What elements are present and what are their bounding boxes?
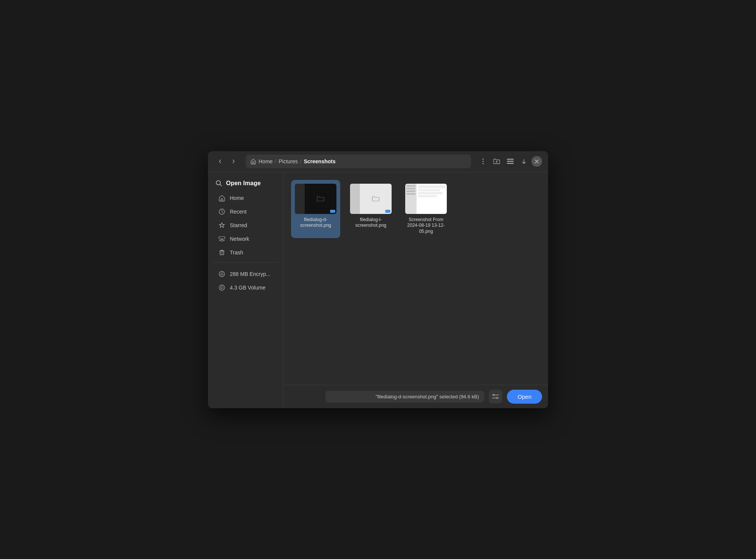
svg-rect-5 bbox=[507, 163, 514, 164]
bottom-bar: "filedialog-d-screenshot.png" selected (… bbox=[284, 385, 548, 408]
network-icon bbox=[218, 235, 225, 242]
file-name-3: Screenshot From 2024-08-19 13-12-05.png bbox=[404, 217, 448, 235]
file-name-1: filedialog-d-screenshot.png bbox=[294, 217, 337, 229]
dialog-header: Home / Pictures / Screenshots bbox=[208, 151, 548, 172]
breadcrumb-home-label: Home bbox=[259, 158, 273, 164]
starred-icon bbox=[218, 222, 225, 229]
svg-point-6 bbox=[216, 181, 220, 185]
svg-point-20 bbox=[493, 394, 494, 396]
file-item-2[interactable]: filedialog-l-screenshot.png bbox=[346, 180, 395, 238]
new-folder-button[interactable] bbox=[491, 155, 503, 167]
dialog-body: Open Image Home Recent bbox=[208, 172, 548, 408]
view-toggle-button[interactable] bbox=[504, 155, 516, 167]
sidebar-recent-label: Recent bbox=[230, 209, 246, 215]
more-options-button[interactable] bbox=[477, 155, 489, 167]
sidebar-network-label: Network bbox=[230, 236, 249, 242]
sidebar-volumes: 288 MB Encryp... 4.3 GB Volume bbox=[208, 267, 283, 294]
svg-point-19 bbox=[221, 286, 223, 289]
file-name-2: filedialog-l-screenshot.png bbox=[349, 217, 392, 229]
svg-rect-4 bbox=[507, 161, 514, 162]
svg-point-0 bbox=[483, 159, 484, 160]
filter-button[interactable] bbox=[489, 390, 502, 403]
file-item-1[interactable]: filedialog-d-screenshot.png bbox=[291, 180, 340, 238]
svg-rect-8 bbox=[221, 240, 223, 241]
svg-rect-9 bbox=[219, 237, 225, 239]
breadcrumb-home[interactable]: Home bbox=[250, 158, 273, 164]
breadcrumb-sep-2: / bbox=[300, 158, 302, 164]
search-icon bbox=[215, 180, 222, 187]
svg-point-2 bbox=[483, 163, 484, 164]
svg-point-18 bbox=[219, 285, 225, 290]
close-button[interactable] bbox=[531, 156, 542, 167]
breadcrumb-screenshots[interactable]: Screenshots bbox=[304, 158, 336, 164]
file-thumbnail-3 bbox=[405, 184, 447, 214]
header-actions bbox=[477, 155, 542, 167]
svg-point-17 bbox=[221, 273, 223, 275]
back-button[interactable] bbox=[214, 155, 226, 167]
sort-button[interactable] bbox=[518, 155, 530, 167]
sidebar-item-starred[interactable]: Starred bbox=[211, 218, 280, 232]
trash-icon bbox=[218, 249, 225, 256]
nav-controls bbox=[214, 155, 240, 167]
dialog-title: Open Image bbox=[226, 180, 261, 187]
sidebar-starred-label: Starred bbox=[230, 222, 247, 228]
forward-button[interactable] bbox=[228, 155, 240, 167]
open-button[interactable]: Open bbox=[507, 390, 542, 404]
main-content: filedialog-d-screenshot.png bbox=[284, 172, 548, 408]
home-icon bbox=[218, 195, 225, 201]
sidebar-item-trash[interactable]: Trash bbox=[211, 246, 280, 259]
sidebar-header: Open Image bbox=[208, 177, 283, 190]
breadcrumb-pictures[interactable]: Pictures bbox=[279, 158, 298, 164]
sidebar: Open Image Home Recent bbox=[208, 172, 284, 408]
disk-icon-1 bbox=[218, 271, 225, 277]
file-thumbnail-2 bbox=[350, 184, 392, 214]
sidebar-item-vol1[interactable]: 288 MB Encryp... bbox=[211, 267, 280, 281]
sidebar-home-label: Home bbox=[230, 195, 244, 201]
open-image-dialog: Home / Pictures / Screenshots bbox=[208, 151, 548, 408]
svg-point-16 bbox=[219, 271, 225, 277]
file-item-3[interactable]: Screenshot From 2024-08-19 13-12-05.png bbox=[401, 180, 451, 238]
file-thumbnail-1 bbox=[295, 184, 336, 214]
breadcrumb-bar: Home / Pictures / Screenshots bbox=[246, 155, 471, 168]
file-grid: filedialog-d-screenshot.png bbox=[284, 172, 548, 385]
sidebar-divider bbox=[212, 262, 279, 263]
sidebar-item-home[interactable]: Home bbox=[211, 191, 280, 205]
sidebar-item-network[interactable]: Network bbox=[211, 232, 280, 246]
status-text: "filedialog-d-screenshot.png" selected (… bbox=[325, 391, 484, 403]
breadcrumb-sep-1: / bbox=[275, 158, 276, 164]
breadcrumb-screenshots-label: Screenshots bbox=[304, 158, 336, 164]
sidebar-item-vol2[interactable]: 4.3 GB Volume bbox=[211, 281, 280, 294]
sidebar-trash-label: Trash bbox=[230, 249, 243, 255]
sidebar-item-recent[interactable]: Recent bbox=[211, 205, 280, 218]
sidebar-vol1-label: 288 MB Encryp... bbox=[230, 271, 270, 277]
sidebar-vol2-label: 4.3 GB Volume bbox=[230, 285, 265, 291]
breadcrumb-pictures-label: Pictures bbox=[279, 158, 298, 164]
svg-point-23 bbox=[496, 397, 498, 399]
recent-icon bbox=[218, 208, 225, 215]
disk-icon-2 bbox=[218, 284, 225, 291]
svg-point-1 bbox=[483, 161, 484, 162]
sidebar-places: Home Recent Starred bbox=[208, 191, 283, 259]
svg-rect-3 bbox=[507, 159, 514, 160]
svg-rect-13 bbox=[220, 251, 224, 255]
